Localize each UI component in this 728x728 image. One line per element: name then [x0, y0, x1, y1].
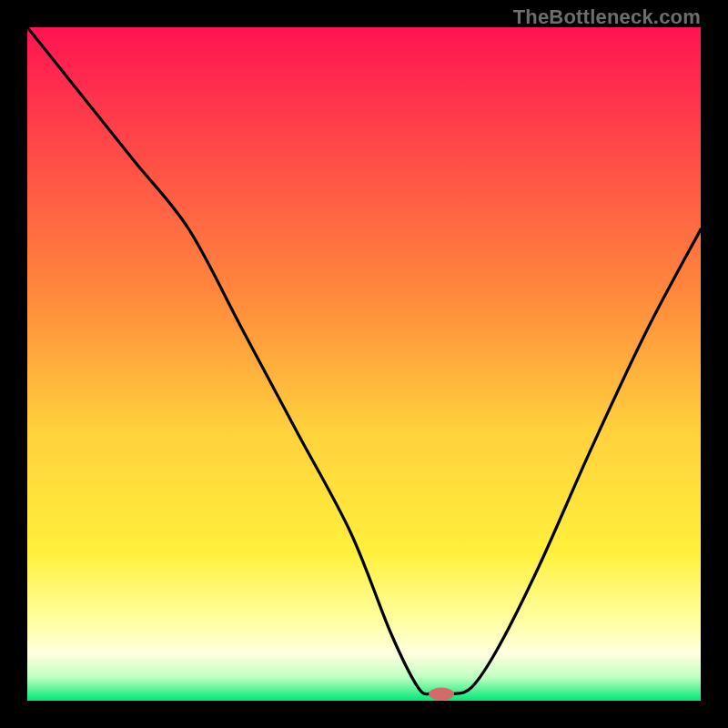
chart-frame: { "watermark": "TheBottleneck.com", "cha…: [0, 0, 728, 728]
gradient-background: [27, 27, 701, 701]
watermark-text: TheBottleneck.com: [513, 5, 701, 29]
min-marker: [429, 688, 454, 701]
bottleneck-chart: [27, 27, 701, 701]
plot-area: [27, 27, 701, 701]
